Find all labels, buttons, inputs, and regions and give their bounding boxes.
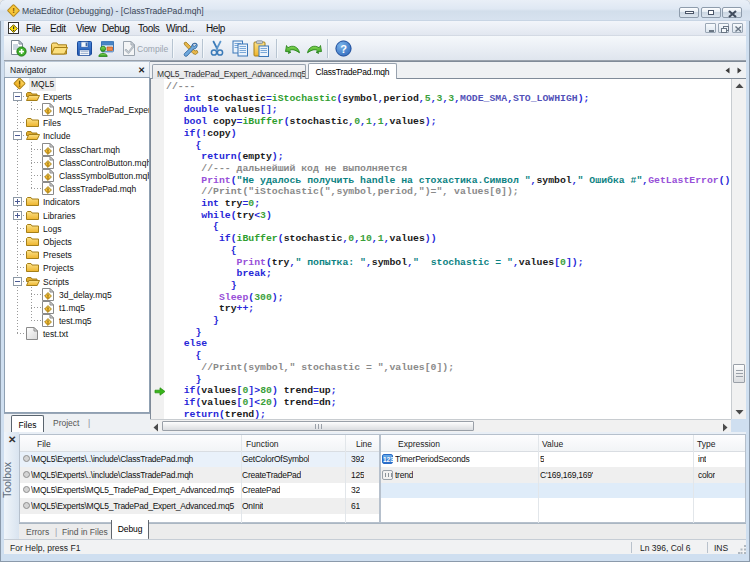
svg-text:?: ? (340, 43, 347, 55)
svg-text:!: ! (12, 6, 15, 15)
